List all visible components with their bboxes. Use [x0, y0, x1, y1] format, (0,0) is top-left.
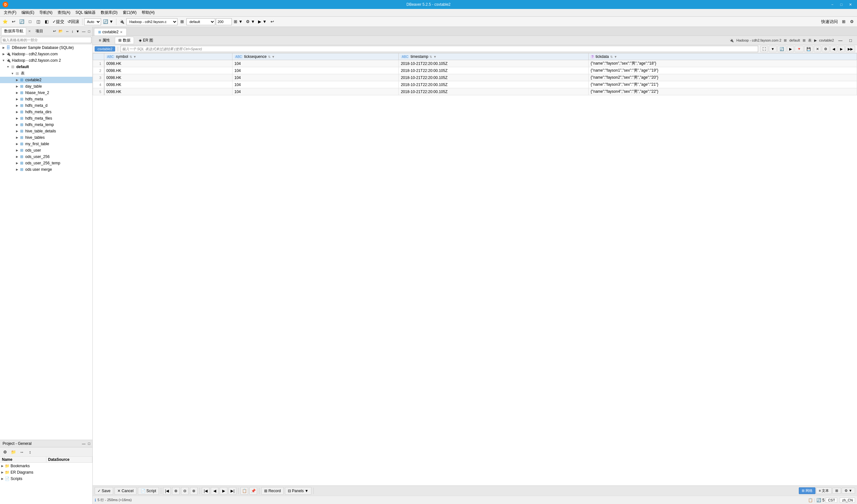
toolbar-icon-btn-2[interactable]: ⚙ — [848, 18, 856, 26]
nav-copy-btn[interactable]: 📋 — [240, 487, 248, 495]
sub-tab-er[interactable]: ◈ ER 图 — [135, 37, 157, 44]
tree-item-hadoop2[interactable]: ▼ 🔌 Hadoop - cdh2.fayson.com 2 — [0, 57, 93, 64]
cancel-button[interactable]: ✕ Cancel — [115, 487, 136, 495]
cell-tickdata-1[interactable]: {"name":"fayson","sex":"男","age":"18"} — [588, 60, 857, 67]
cell-tickdata-3[interactable]: {"name":"fayson2","sex":"男","age":"20"} — [588, 74, 857, 81]
filter-save-btn[interactable]: 💾 — [804, 46, 813, 52]
tree-item-hive-table-details[interactable]: ▶ ⊞ hive_table_details — [0, 128, 93, 134]
filter-last-btn[interactable]: ▶▶ — [845, 46, 855, 52]
toolbar-undo-btn[interactable]: ↩ — [269, 18, 276, 26]
save-button[interactable]: ✓ Save — [95, 487, 113, 495]
col-sort-tickdata[interactable]: ⇅ — [610, 55, 613, 58]
cell-timestamp-5[interactable]: 2018-10-21T22:20:00.105Z — [399, 88, 589, 95]
header-maximize-btn[interactable]: □ — [847, 36, 854, 44]
nav-next-btn[interactable]: ▶ — [220, 487, 228, 495]
project-item-er-diagrams[interactable]: ▶ 📁 ER Diagrams — [0, 469, 93, 475]
tree-item-ods-user-merge[interactable]: ▶ ⊞ ods user merge — [0, 166, 93, 173]
tree-item-hadoop1[interactable]: ▶ 🔌 Hadoop - cdh2.fayson.com — [0, 51, 93, 57]
record-button[interactable]: ⊞ Record — [261, 487, 284, 495]
tree-item-csvtable2[interactable]: ▶ ⊞ csvtable2 — [0, 77, 93, 83]
filter-settings-btn[interactable]: ⚙ — [822, 46, 829, 52]
filter-dropdown-btn[interactable]: ▼ — [769, 46, 777, 52]
db-nav-action-btn-3[interactable]: ↔ — [65, 29, 70, 34]
toolbar-settings-btn[interactable]: ⚙ ▼ — [245, 18, 256, 26]
col-header-symbol[interactable]: ABC symbol ⇅ ▼ — [104, 53, 233, 60]
cell-ticksequence-3[interactable]: 104 — [232, 74, 399, 81]
db-nav-action-btn-1[interactable]: ↩ — [52, 29, 57, 34]
menu-search[interactable]: 查找(A) — [55, 9, 73, 16]
toolbar-refresh-btn[interactable]: 🔄 ▼ — [102, 18, 115, 26]
cell-ticksequence-5[interactable]: 104 — [232, 88, 399, 95]
menu-file[interactable]: 文件(F) — [1, 9, 19, 16]
cell-tickdata-4[interactable]: {"name":"fayson3","sex":"男","age":"21"} — [588, 81, 857, 88]
project-toolbar-refresh[interactable]: ↔ — [18, 448, 26, 456]
cell-tickdata-5[interactable]: {"name":"fayson4","sex":"男","age":"22"} — [588, 88, 857, 95]
tree-item-hdfs-meta-d[interactable]: ▶ ⊞ hdfs_meta_d — [0, 102, 93, 109]
toolbar-limit-btn[interactable]: ⊞ ▼ — [233, 18, 244, 26]
col-sort-timestamp[interactable]: ⇅ — [430, 55, 432, 58]
cell-timestamp-4[interactable]: 2018-10-21T22:20:00.105Z — [399, 81, 589, 88]
cell-symbol-5[interactable]: 0098.HK — [104, 88, 233, 95]
tree-item-hdfs-meta-dirs[interactable]: ▶ ⊞ hdfs_meta_dirs — [0, 109, 93, 115]
toolbar-connection-select[interactable]: Hadoop - cdh2.fayson.c — [126, 18, 178, 25]
tree-item-ods-user[interactable]: ▶ ⊞ ods_user — [0, 147, 93, 153]
tree-item-hbase-hive-2[interactable]: ▶ ⊞ hbase_hive_2 — [0, 89, 93, 96]
quick-access-button[interactable]: 快速访问 — [820, 18, 839, 26]
close-button[interactable]: ✕ — [846, 1, 854, 8]
cell-ticksequence-1[interactable]: 104 — [232, 60, 399, 67]
cell-tickdata-2[interactable]: {"name":"fayson1","sex":"男","age":"19"} — [588, 67, 857, 74]
menu-window[interactable]: 窗口(W) — [120, 9, 139, 16]
db-nav-action-collapse[interactable]: ▼ — [75, 29, 80, 34]
view-mode-grid[interactable]: ⊞ 网格 — [799, 487, 816, 494]
nav-add-row-btn[interactable]: ⊕ — [172, 487, 180, 495]
tree-item-ods-user-256[interactable]: ▶ ⊞ ods_user_256 — [0, 153, 93, 160]
col-header-ticksequence[interactable]: ABC ticksequence ⇅ ▼ — [232, 53, 399, 60]
nav-duplicate-btn[interactable]: ⊗ — [190, 487, 198, 495]
db-nav-action-btn-2[interactable]: 📂 — [57, 29, 64, 34]
table-row[interactable]: 4 0098.HK 104 2018-10-21T22:20:00.105Z {… — [93, 81, 857, 88]
menu-database[interactable]: 数据库(D) — [98, 9, 120, 16]
nav-paste-btn[interactable]: 📌 — [249, 487, 257, 495]
project-item-scripts[interactable]: ▶ 📄 Scripts — [0, 475, 93, 482]
sql-filter-input[interactable] — [120, 46, 758, 52]
filter-clear-btn[interactable]: 🔻 — [795, 46, 804, 52]
tab-project-general[interactable]: Project - General — [1, 441, 33, 447]
filter-remove-btn[interactable]: ✕ — [814, 46, 821, 52]
view-mode-text[interactable]: ≡ 文本 — [816, 487, 832, 494]
col-sort-ticksequence[interactable]: ⇅ — [268, 55, 270, 58]
cell-timestamp-1[interactable]: 2018-10-21T22:20:00.105Z — [399, 60, 589, 67]
project-item-bookmarks[interactable]: ▶ 📁 Bookmarks — [0, 463, 93, 469]
toolbar-execute-btn[interactable]: ▶ ▼ — [257, 18, 268, 26]
toolbar-limit-input[interactable] — [216, 18, 232, 25]
tab-db-navigator[interactable]: 数据库导航 — [1, 28, 26, 35]
tree-item-tables-group[interactable]: ▼ ⊞ 表 — [0, 70, 93, 77]
db-nav-action-minimize[interactable]: — — [81, 29, 86, 34]
col-filter-ticksequence[interactable]: ▼ — [272, 55, 275, 58]
tree-item-hive-tables[interactable]: ▶ ⊞ hive_tables — [0, 134, 93, 141]
project-action-minimize[interactable]: — — [81, 441, 86, 446]
table-row[interactable]: 3 0098.HK 104 2018-10-21T22:20:00.105Z {… — [93, 74, 857, 81]
tab-close-csvtable2[interactable]: ✕ — [120, 30, 122, 34]
menu-help[interactable]: 帮助(H) — [139, 9, 157, 16]
tab-projects[interactable]: 项目 — [33, 28, 46, 35]
cell-timestamp-2[interactable]: 2018-10-21T22:20:00.105Z — [399, 67, 589, 74]
tree-item-ods-user-256-temp[interactable]: ▶ ⊞ ods_user_256_temp — [0, 160, 93, 166]
db-nav-action-maximize[interactable]: □ — [87, 29, 91, 34]
col-header-timestamp[interactable]: ABC timestamp ⇅ ▼ — [399, 53, 589, 60]
view-mode-extra[interactable]: ⊞ — [833, 488, 841, 494]
col-filter-tickdata[interactable]: ▼ — [614, 55, 617, 58]
col-sort-symbol[interactable]: ⇅ — [130, 55, 132, 58]
table-row[interactable]: 1 0098.HK 104 2018-10-21T22:20:00.105Z {… — [93, 60, 857, 67]
sub-tab-data[interactable]: ⊞ 数据 — [115, 37, 134, 44]
filter-refresh-btn[interactable]: 🔄 — [777, 46, 786, 52]
tree-item-default[interactable]: ▼ ⊞ default — [0, 64, 93, 70]
db-nav-action-btn-4[interactable]: ↕ — [71, 29, 74, 34]
toolbar-auto-select[interactable]: Auto — [84, 18, 101, 25]
cell-ticksequence-2[interactable]: 104 — [232, 67, 399, 74]
nav-first-btn[interactable]: |◀ — [163, 487, 171, 495]
project-toolbar-collapse[interactable]: ↕ — [26, 448, 34, 456]
toolbar-btn-3[interactable]: 🔄 — [18, 18, 26, 26]
nav-begin-btn[interactable]: |◀ — [202, 487, 209, 495]
tree-item-hdfs-meta-files[interactable]: ▶ ⊞ hdfs_meta_files — [0, 115, 93, 121]
tree-item-sqlite[interactable]: ▶ 🗄 DBeaver Sample Database (SQLite) — [0, 45, 93, 51]
